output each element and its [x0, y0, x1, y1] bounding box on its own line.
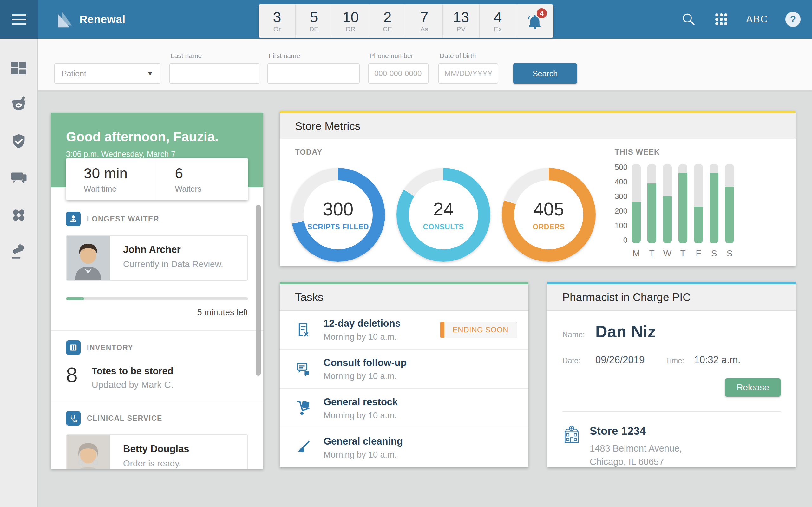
totes-title: Totes to be stored	[92, 366, 173, 377]
wait-time-stat: 30 min Wait time	[66, 165, 157, 193]
queue-badge-ce[interactable]: 2 CE	[369, 4, 406, 38]
dob-input[interactable]	[438, 63, 498, 83]
divider	[51, 401, 263, 401]
scripts-filled-donut: 300 SCRIPTS FILLED	[291, 168, 385, 262]
task-row-deletions[interactable]: 12-day deletions Morning by 10 a.m. ENDI…	[280, 311, 528, 350]
task-row-consult[interactable]: Consult follow-up Morning by 10 a.m.	[280, 350, 528, 389]
first-name-input[interactable]	[267, 63, 360, 83]
wait-stats-card: 30 min Wait time 6 Waiters	[66, 158, 248, 200]
week-bar-6: S	[710, 164, 718, 259]
last-name-label: Last name	[171, 52, 202, 60]
betty-douglas-avatar	[67, 435, 110, 469]
store-address: 1483 Belmont Avenue, Chicago, IL 60657	[590, 442, 682, 468]
release-button[interactable]: Release	[725, 378, 780, 397]
sidebar-item-verification[interactable]	[9, 132, 29, 152]
clinical-service-card[interactable]: Betty Douglas Order is ready.	[66, 435, 248, 469]
chat-bubbles-icon	[9, 169, 28, 187]
pic-title: Pharmacist in Charge PIC	[562, 291, 691, 303]
week-bar-3: W	[663, 164, 672, 259]
pic-date: 09/26/2019	[595, 354, 645, 366]
notifications-button[interactable]: 4	[516, 4, 553, 38]
apps-button[interactable]	[714, 12, 729, 27]
dashboard-icon	[9, 59, 28, 77]
sidebar-item-clinical[interactable]	[9, 205, 29, 225]
store-metrics-body: TODAY 300 SCRIPTS FILLED 24 CONSULTS	[280, 139, 796, 266]
search-submit-button[interactable]: Search	[513, 63, 577, 83]
weekly-bar-chart: 5004003002001000 MTWTFSS	[612, 164, 734, 259]
profile-initials[interactable]: ABC	[746, 14, 768, 25]
longest-waiter-card[interactable]: John Archer Currently in Data Review.	[66, 235, 248, 281]
clinical-service-label: CLINICAL SERVICE	[87, 414, 162, 423]
greeting-card: Good afternoon, Fauzia. 3:06 p.m. Wednes…	[51, 113, 263, 469]
header-actions: ABC ?	[681, 0, 801, 39]
week-bar-5: F	[694, 164, 703, 259]
patient-search-bar: Patient ▼ Last name First name Phone num…	[38, 39, 812, 91]
left-sidebar	[0, 39, 38, 507]
tasks-title: Tasks	[295, 291, 323, 303]
app-title: Renewal	[79, 13, 125, 26]
search-button[interactable]	[681, 11, 697, 27]
queue-badge-or[interactable]: 3 Or	[259, 4, 296, 38]
broom-icon	[294, 438, 313, 458]
pharmacist-in-charge-card: Pharmacist in Charge PIC Name: Dan Niz D…	[547, 282, 796, 467]
consult-chat-icon	[294, 359, 313, 379]
pharmacy-dashboard: Renewal 3 Or 5 DE 10 DR 2 CE	[0, 0, 812, 507]
queue-badge-pv[interactable]: 13 PV	[443, 4, 479, 38]
waiter-status: Currently in Data Review.	[123, 259, 223, 269]
sidebar-item-dashboard[interactable]	[9, 58, 29, 78]
store-metrics-title: Store Metrics	[295, 120, 360, 132]
john-archer-avatar	[67, 236, 110, 280]
first-name-label: First name	[269, 52, 300, 60]
chevron-down-icon: ▼	[147, 70, 153, 77]
time-remaining: 5 minutes left	[66, 308, 248, 318]
sidebar-item-messages[interactable]	[9, 169, 29, 188]
consults-donut: 24 CONSULTS	[397, 168, 490, 262]
handtruck-icon	[294, 399, 313, 418]
pic-time: 10:32 a.m.	[694, 354, 740, 366]
store-icon	[562, 425, 581, 444]
store-name: Store 1234	[590, 425, 682, 437]
last-name-input[interactable]	[169, 63, 259, 83]
notification-count-badge: 4	[537, 8, 547, 18]
week-bar-2: T	[647, 164, 656, 259]
longest-waiter-section-header: LONGEST WAITER	[66, 212, 248, 226]
search-category-value: Patient	[61, 69, 86, 78]
search-category-select[interactable]: Patient ▼	[54, 63, 160, 83]
crossed-bandages-icon	[9, 206, 28, 224]
clinical-section-header: CLINICAL SERVICE	[66, 411, 248, 426]
wait-progress-fill	[66, 297, 84, 300]
pic-header: Pharmacist in Charge PIC	[547, 284, 796, 311]
apps-grid-icon	[714, 12, 729, 27]
queue-badge-ex[interactable]: 4 Ex	[479, 4, 516, 38]
queue-badge-de[interactable]: 5 DE	[296, 4, 333, 38]
scrollbar-thumb[interactable]	[256, 205, 261, 376]
ending-soon-bar	[440, 322, 444, 338]
menu-button[interactable]	[0, 0, 38, 39]
queue-badge-as[interactable]: 7 As	[406, 4, 443, 38]
sidebar-item-refills[interactable]	[9, 95, 29, 115]
today-label: TODAY	[295, 148, 322, 157]
time-label: Time:	[665, 356, 694, 365]
patient-icon	[66, 212, 81, 226]
tasks-card: Tasks 12-day deletions Morning by 10 a.m…	[280, 282, 528, 467]
hamburger-icon	[12, 14, 26, 25]
divider	[562, 411, 780, 412]
inventory-label: INVENTORY	[87, 343, 133, 352]
inventory-section-header: INVENTORY	[66, 340, 248, 355]
longest-waiter-label: LONGEST WAITER	[87, 215, 159, 223]
task-row-cleaning[interactable]: General cleaning Morning by 10 a.m.	[280, 429, 528, 467]
bandage-icon	[9, 243, 28, 261]
sidebar-item-supplies[interactable]	[9, 242, 29, 262]
date-label: Date:	[562, 356, 595, 365]
task-row-restock[interactable]: General restock Morning by 10 a.m.	[280, 389, 528, 429]
store-metrics-card: Store Metrics TODAY 300 SCRIPTS FILLED 2…	[280, 111, 796, 266]
week-bar-4: T	[678, 164, 687, 259]
stethoscope-icon	[66, 411, 81, 426]
shield-check-icon	[10, 133, 28, 151]
bar-chart-y-axis: 5004003002001000	[612, 164, 632, 243]
phone-input[interactable]	[368, 63, 428, 83]
queue-badge-dr[interactable]: 10 DR	[333, 4, 369, 38]
clinical-patient-status: Order is ready.	[123, 458, 189, 469]
help-button[interactable]: ?	[785, 12, 801, 27]
app-logo-icon	[53, 9, 72, 29]
